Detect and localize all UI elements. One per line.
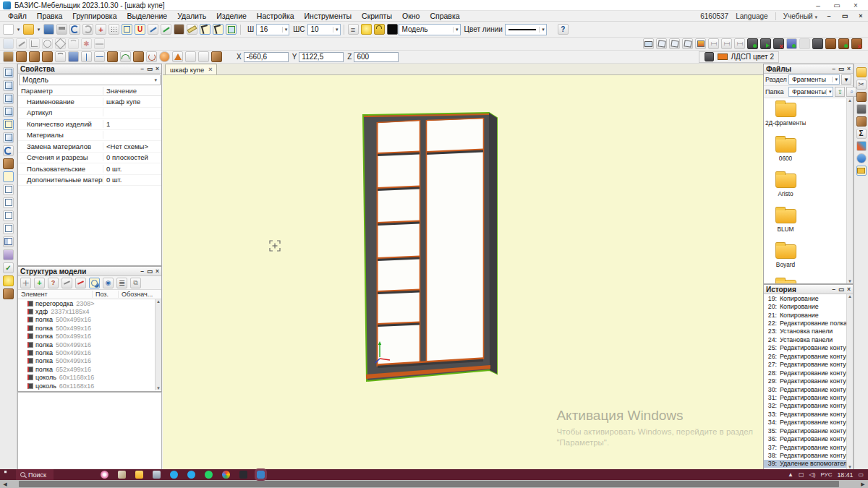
- line-width-combo[interactable]: 16▾: [256, 24, 289, 35]
- tray-expand-icon[interactable]: ▲: [788, 471, 793, 478]
- color-swatch-icon[interactable]: [387, 24, 398, 35]
- start-button[interactable]: [0, 469, 16, 480]
- app-bazis-active-icon[interactable]: [257, 471, 265, 479]
- tray-volume-icon[interactable]: ◁): [809, 471, 816, 478]
- board-flat-icon[interactable]: [133, 51, 144, 62]
- edit-line-icon[interactable]: [148, 24, 158, 35]
- property-row[interactable]: Наименованиешкаф купе: [18, 96, 161, 108]
- add-icon[interactable]: [34, 278, 45, 288]
- panel-yellow-icon[interactable]: [856, 166, 867, 176]
- language-button[interactable]: Language: [736, 12, 768, 20]
- crate-out-icon[interactable]: [856, 116, 867, 127]
- query-icon[interactable]: [48, 278, 59, 288]
- dim-linear-icon[interactable]: [708, 38, 719, 49]
- mdi-restore-button[interactable]: ▭: [841, 12, 849, 20]
- history-row[interactable]: 29:Редактирование контура и о: [764, 377, 853, 385]
- maximize-button[interactable]: ▭: [827, 1, 846, 9]
- cube-iso-icon[interactable]: [3, 106, 14, 117]
- panels-stack-icon[interactable]: [812, 38, 823, 49]
- history-row[interactable]: 25:Редактирование контура и о: [764, 344, 853, 352]
- tree-item[interactable]: полка500x499x16: [18, 341, 161, 348]
- structure-scrollbar[interactable]: ▲▼: [155, 299, 161, 390]
- cube-w2-icon[interactable]: [3, 197, 14, 208]
- panel-add-icon[interactable]: [747, 38, 758, 49]
- undo-icon[interactable]: [69, 24, 80, 35]
- mini-tools-icon[interactable]: [3, 249, 14, 260]
- redo-icon[interactable]: [82, 24, 93, 35]
- folder-item[interactable]: Boyard: [765, 241, 806, 277]
- display-icon[interactable]: [643, 38, 654, 49]
- new-arrow-icon[interactable]: [16, 24, 21, 35]
- property-row[interactable]: Количество изделий1: [18, 119, 161, 130]
- tree-item[interactable]: полка500x499x16: [18, 333, 161, 341]
- cube-w1-icon[interactable]: [3, 184, 14, 195]
- history-scrollbar[interactable]: ▲▼: [846, 294, 853, 469]
- model-selector[interactable]: Модель▾: [19, 74, 161, 85]
- board-angle-icon[interactable]: [107, 51, 118, 62]
- app-telegram-icon[interactable]: [170, 471, 178, 479]
- grid-icon[interactable]: [109, 24, 119, 35]
- scrollbar-thumb[interactable]: [19, 481, 839, 487]
- app-monitor-icon[interactable]: [153, 471, 161, 479]
- open-icon[interactable]: [23, 24, 34, 35]
- panel-minimize-button[interactable]: –: [140, 65, 144, 72]
- app-whatsapp-icon[interactable]: [205, 471, 213, 479]
- cube-blue-icon[interactable]: [3, 132, 14, 143]
- panel-maximize-button[interactable]: ▭: [838, 286, 844, 293]
- cube-front-icon[interactable]: [3, 80, 14, 91]
- scroll-up-icon[interactable]: ▲: [848, 98, 852, 103]
- cube-w4-icon[interactable]: [3, 223, 14, 234]
- property-row[interactable]: Пользовательские0 шт.: [18, 163, 161, 175]
- magnet-icon[interactable]: [135, 24, 145, 35]
- panel-close-button[interactable]: ×: [156, 65, 159, 72]
- menu-tools[interactable]: Инструменты: [299, 12, 357, 20]
- zoom-sel-icon[interactable]: [89, 278, 100, 288]
- taskbar-search[interactable]: Поиск: [16, 469, 54, 480]
- snap-node-icon[interactable]: [122, 24, 132, 35]
- history-row[interactable]: 32:Редактирование контура и о: [764, 402, 853, 410]
- app-explorer-icon[interactable]: [135, 471, 143, 479]
- cube-w3-icon[interactable]: [3, 210, 14, 221]
- select-box-icon[interactable]: [200, 24, 210, 35]
- panel-h-icon[interactable]: [29, 51, 40, 62]
- history-row[interactable]: 26:Редактирование контура и о: [764, 352, 853, 360]
- panel-skew-icon[interactable]: [185, 51, 196, 62]
- eye-icon[interactable]: [103, 278, 114, 288]
- crate-icon[interactable]: [856, 92, 867, 102]
- history-row[interactable]: 36:Редактирование контура и о: [764, 435, 853, 442]
- list-view-icon[interactable]: [116, 278, 127, 288]
- menu-edit[interactable]: Правка: [32, 12, 67, 20]
- select-add-icon[interactable]: [213, 24, 224, 35]
- panel-minimize-button[interactable]: –: [140, 267, 144, 275]
- view-2-icon[interactable]: [669, 38, 680, 49]
- menu-delete[interactable]: Удалить: [172, 12, 211, 20]
- minimize-button[interactable]: –: [809, 1, 827, 9]
- tray-display-icon[interactable]: ▢: [799, 471, 804, 478]
- tray-language[interactable]: РУС: [820, 471, 832, 478]
- view-cube-icon[interactable]: [226, 24, 237, 35]
- property-row[interactable]: Дополнительные материалы0 шт.: [18, 175, 161, 187]
- panel-minimize-button[interactable]: –: [832, 286, 835, 293]
- history-row[interactable]: 37:Редактирование контура и о: [764, 443, 853, 451]
- panel-close-button[interactable]: ×: [847, 65, 851, 72]
- bulb-icon[interactable]: [3, 275, 14, 286]
- layers-icon[interactable]: [348, 24, 359, 35]
- help-icon[interactable]: [558, 24, 569, 35]
- files-scrollbar[interactable]: ▲▼: [846, 98, 853, 283]
- axis-star-icon[interactable]: [81, 38, 92, 49]
- panel-close-button[interactable]: ×: [847, 286, 851, 293]
- coord-y-field[interactable]: 1122,5: [299, 52, 344, 62]
- panel-move-icon[interactable]: [760, 38, 771, 49]
- cloud-icon[interactable]: [856, 153, 867, 163]
- edge-red-icon[interactable]: [75, 278, 86, 288]
- rotate-view-icon[interactable]: [3, 145, 14, 156]
- menu-grouping[interactable]: Группировка: [67, 12, 122, 20]
- scroll-left-icon[interactable]: ◀: [0, 481, 10, 487]
- app-paint-icon[interactable]: [118, 471, 126, 479]
- panel-maximize-button[interactable]: ▭: [147, 65, 153, 72]
- circle-icon[interactable]: [42, 38, 53, 49]
- property-row[interactable]: Замена материалов<Нет схемы>: [18, 141, 161, 153]
- fragments-icon[interactable]: [856, 67, 867, 77]
- cube-side-icon[interactable]: [3, 93, 14, 104]
- tab-close-icon[interactable]: ×: [208, 66, 212, 73]
